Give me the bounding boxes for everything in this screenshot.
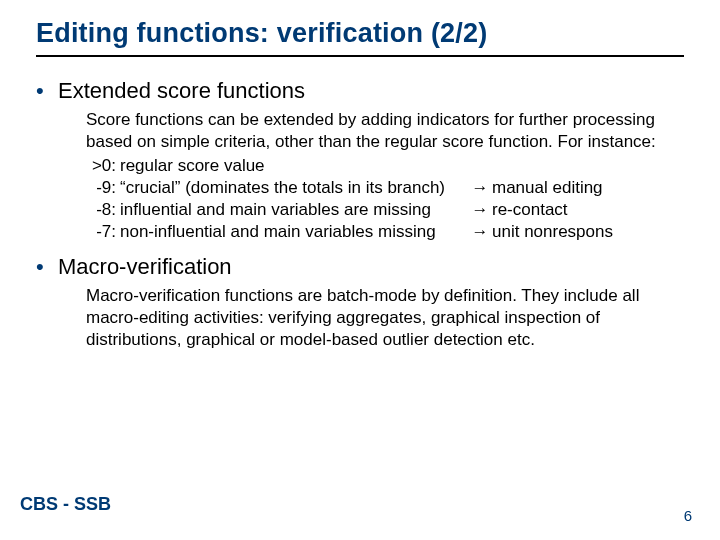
indicator-desc: non-influential and main variables missi…: [120, 221, 468, 243]
indicator-action: [492, 155, 684, 177]
section-heading: Extended score functions: [58, 77, 305, 105]
indicator-desc: “crucial” (dominates the totals in its b…: [120, 177, 468, 199]
indicator-code: -7:: [86, 221, 120, 243]
indicator-rows: >0: regular score value -9: “crucial” (d…: [86, 155, 684, 243]
indicator-code: -8:: [86, 199, 120, 221]
slide: Editing functions: verification (2/2) • …: [0, 0, 720, 540]
arrow-icon: →: [468, 177, 492, 199]
indicator-row: >0: regular score value: [86, 155, 684, 177]
footer: CBS - SSB 6: [0, 494, 720, 518]
indicator-desc: regular score value: [120, 155, 468, 177]
page-number: 6: [684, 507, 692, 524]
indicator-action: re-contact: [492, 199, 684, 221]
indicator-action: unit nonrespons: [492, 221, 684, 243]
indicator-row: -8: influential and main variables are m…: [86, 199, 684, 221]
bullet-icon: •: [36, 253, 58, 281]
section2-body: Macro-verification functions are batch-m…: [86, 285, 684, 351]
indicator-desc: influential and main variables are missi…: [120, 199, 468, 221]
bullet-extended-score: • Extended score functions: [36, 77, 684, 105]
footer-label: CBS - SSB: [20, 494, 111, 515]
indicator-code: -9:: [86, 177, 120, 199]
section1-body: Score functions can be extended by addin…: [86, 109, 684, 243]
indicator-row: -7: non-influential and main variables m…: [86, 221, 684, 243]
title-area: Editing functions: verification (2/2): [0, 0, 720, 49]
indicator-row: -9: “crucial” (dominates the totals in i…: [86, 177, 684, 199]
content-area: • Extended score functions Score functio…: [0, 57, 720, 351]
arrow-icon: →: [468, 221, 492, 243]
page-title: Editing functions: verification (2/2): [36, 18, 684, 49]
bullet-macro-verification: • Macro-verification: [36, 253, 684, 281]
indicator-code: >0:: [86, 155, 120, 177]
arrow-icon: [468, 155, 492, 177]
section-heading: Macro-verification: [58, 253, 232, 281]
arrow-icon: →: [468, 199, 492, 221]
indicator-action: manual editing: [492, 177, 684, 199]
section1-intro: Score functions can be extended by addin…: [86, 109, 684, 153]
bullet-icon: •: [36, 77, 58, 105]
